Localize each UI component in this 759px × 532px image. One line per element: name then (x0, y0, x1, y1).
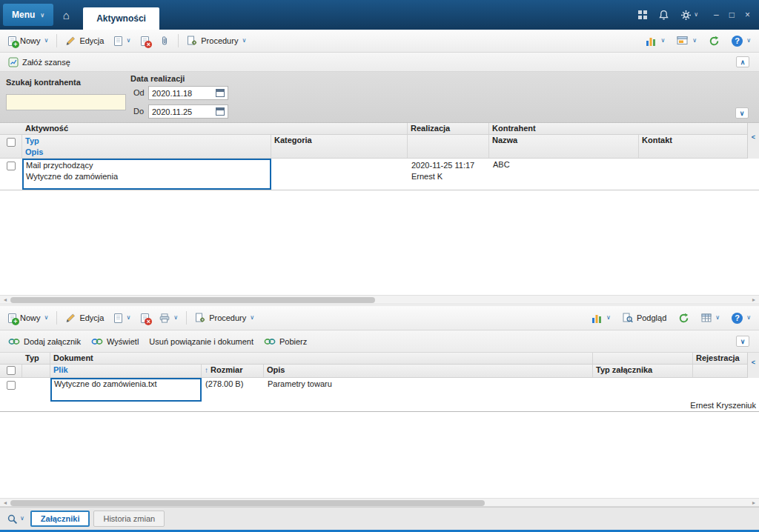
date-to-input[interactable]: 2020.11.25 (148, 104, 228, 119)
header-dokument[interactable]: Dokument (50, 353, 593, 364)
minimize-button[interactable]: – (714, 10, 719, 20)
header-kategoria[interactable]: Kategoria (271, 135, 408, 158)
chevron-left-icon[interactable]: < (752, 359, 755, 378)
activity-cell-selected[interactable]: Mail przychodzący Wytyczne do zamówienia (22, 159, 271, 190)
new-attachment-button[interactable]: Nowy ∨ (4, 311, 53, 325)
header-typ-opis[interactable]: Typ Opis (22, 135, 271, 158)
procedures-button[interactable]: Procedury ∨ (182, 33, 251, 48)
print-button[interactable]: ∨ (155, 311, 182, 325)
header-typ-zalacznika[interactable]: Typ załącznika (593, 365, 693, 377)
select-all-checkbox[interactable] (7, 138, 16, 147)
refresh-attachments-button[interactable] (674, 310, 694, 326)
chevron-left-icon[interactable]: < (752, 133, 755, 159)
header-typ[interactable]: Typ (22, 353, 50, 364)
row-checkbox[interactable] (7, 381, 16, 390)
chart-button[interactable]: ∨ (641, 34, 669, 48)
activities-header-columns: Typ Opis Kategoria Nazwa Kontakt (0, 135, 759, 159)
copy-button[interactable]: ∨ (110, 34, 135, 48)
close-button[interactable]: × (745, 10, 750, 20)
tab-historia-zmian-label: Historia zmian (103, 514, 155, 523)
preview-button[interactable]: Podgląd (618, 310, 671, 325)
maximize-button[interactable]: □ (729, 10, 735, 20)
collapse-attachments-button[interactable]: ∨ (736, 336, 749, 347)
procedures-attachment-button[interactable]: Procedury ∨ (190, 310, 259, 325)
header-realizacja[interactable]: Realizacja (408, 123, 489, 134)
gear-doc-icon (195, 313, 205, 323)
tab-zalaczniki[interactable]: Załączniki (30, 511, 90, 527)
titlebar: Menu ∨ ⌂ Aktywności (0, 0, 759, 30)
document-icon (114, 313, 122, 323)
horizontal-scrollbar-bottom[interactable]: ◂ ▸ (0, 498, 759, 507)
header-aktywnosc[interactable]: Aktywność (22, 123, 408, 134)
activity-row[interactable]: Mail przychodzący Wytyczne do zamówienia… (0, 159, 759, 190)
download-label: Pobierz (279, 337, 307, 346)
menu-button[interactable]: Menu ∨ (3, 4, 53, 26)
scrollbar-thumb[interactable] (10, 297, 375, 303)
collapse-filter-button[interactable]: ∧ (736, 56, 749, 67)
select-all-checkbox[interactable] (7, 366, 16, 375)
scroll-right-icon[interactable]: ▸ (749, 499, 759, 506)
refresh-button[interactable] (704, 33, 724, 49)
copy-attachment-button[interactable]: ∨ (110, 311, 135, 325)
home-button[interactable]: ⌂ (53, 4, 79, 26)
calendar-icon[interactable] (216, 107, 225, 116)
edit-button[interactable]: Edycja (61, 33, 108, 48)
notifications-button[interactable] (658, 10, 669, 21)
sort-up-icon: ↑ (205, 366, 208, 374)
tab-label: Aktywności (96, 13, 146, 24)
edit-attachment-button[interactable]: Edycja (61, 310, 108, 325)
scroll-left-icon[interactable]: ◂ (0, 296, 10, 304)
header-opis[interactable]: Opis (264, 365, 593, 377)
bar-chart-icon (591, 313, 603, 323)
attach-link-button[interactable] (155, 33, 174, 48)
header-plik[interactable]: Plik (50, 365, 202, 377)
row-checkbox[interactable] (7, 162, 16, 170)
table-icon (701, 313, 712, 322)
data-realizacji-label: Data realizacji (130, 74, 185, 83)
delete-attachment-button[interactable] (136, 311, 153, 325)
attachment-size: (278.00 B) (202, 378, 264, 411)
attachment-opis: Parametry towaru (264, 378, 593, 411)
expand-filter-button[interactable]: ∨ (735, 107, 749, 119)
pencil-icon (65, 36, 76, 46)
tab-historia-zmian[interactable]: Historia zmian (93, 511, 165, 527)
scroll-right-icon[interactable]: ▸ (749, 296, 759, 304)
app-window: Menu ∨ ⌂ Aktywności (0, 0, 759, 532)
attachments-toolbar-right: ∨ Podgląd (587, 310, 755, 326)
tab-aktywnosci[interactable]: Aktywności (83, 7, 159, 30)
remove-link-document-label: Usuń powiązanie i dokument (149, 337, 253, 346)
horizontal-scrollbar-top[interactable]: ◂ ▸ (0, 295, 759, 305)
help-button[interactable]: ? ∨ (727, 33, 755, 49)
scrollbar-thumb[interactable] (10, 500, 485, 506)
add-attachment-button[interactable]: Dodaj załącznik (4, 335, 85, 348)
create-opportunity-button[interactable]: Załóż szansę (4, 55, 75, 70)
scroll-left-icon[interactable]: ◂ (0, 499, 10, 506)
apps-grid-button[interactable] (638, 10, 647, 19)
header-kontakt[interactable]: Kontakt (639, 135, 747, 158)
grid-view-button[interactable]: ∨ (697, 311, 724, 325)
chain-link-icon (8, 337, 20, 346)
download-button[interactable]: Pobierz (259, 335, 311, 348)
calendar-icon[interactable] (216, 89, 225, 97)
chart-button[interactable]: ∨ (587, 311, 615, 325)
attachment-file-selected[interactable]: Wytyczne do zamówienia.txt (50, 378, 202, 402)
header-rozmiar[interactable]: ↑ Rozmiar (202, 365, 264, 377)
settings-button[interactable]: ∨ (680, 10, 698, 21)
new-button[interactable]: Nowy ∨ (4, 34, 53, 48)
chevron-down-icon: ∨ (715, 315, 720, 321)
search-kontrahent-input[interactable] (6, 94, 126, 110)
delete-button[interactable] (136, 34, 153, 48)
header-rejestracja[interactable]: Rejestracja (693, 353, 747, 364)
attachment-row[interactable]: Wytyczne do zamówienia.txt (278.00 B) Pa… (0, 378, 759, 412)
gear-icon (680, 10, 692, 21)
separator (186, 311, 187, 325)
view-attachment-button[interactable]: Wyświetl (87, 335, 143, 348)
view-settings-button[interactable]: ∨ (672, 33, 701, 48)
date-from-input[interactable]: 2020.11.18 (148, 86, 228, 100)
quick-search-button[interactable]: ∨ (4, 512, 27, 526)
header-nazwa[interactable]: Nazwa (489, 135, 639, 158)
activities-table: Aktywność Realizacja Kontrahent Typ Opis… (0, 123, 759, 295)
header-kontrahent[interactable]: Kontrahent (489, 123, 747, 134)
help-attachments-button[interactable]: ? ∨ (727, 310, 755, 326)
remove-link-document-button[interactable]: Usuń powiązanie i dokument (145, 335, 258, 348)
